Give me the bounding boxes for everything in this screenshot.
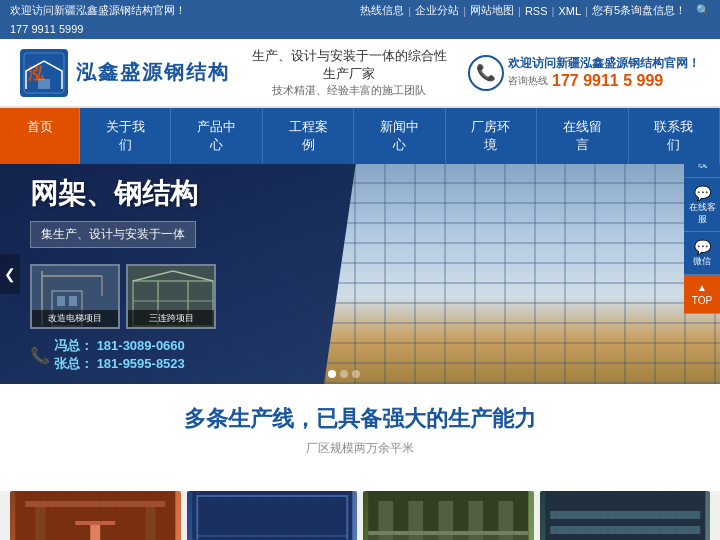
svg-rect-9 bbox=[57, 296, 65, 306]
hero-dots bbox=[328, 370, 360, 378]
phone-number-header: 177 9911 5 999 bbox=[552, 72, 663, 90]
top-arrow-icon: ▲ bbox=[697, 282, 707, 293]
header-contact: 📞 欢迎访问新疆泓鑫盛源钢结构官网！ 咨询热线 177 9911 5 999 bbox=[468, 55, 700, 91]
svg-rect-10 bbox=[69, 296, 77, 306]
thumb-1[interactable]: 改造电梯项目 bbox=[30, 264, 120, 329]
dot-1[interactable] bbox=[328, 370, 336, 378]
nav-home[interactable]: 首页 bbox=[0, 108, 80, 164]
nav-about[interactable]: 关于我们 bbox=[80, 108, 171, 164]
xml-label[interactable]: XML bbox=[558, 5, 581, 17]
nav-guestbook[interactable]: 在线留言 bbox=[537, 108, 628, 164]
logo-area: 泓 泓鑫盛源钢结构 bbox=[20, 49, 230, 97]
thumb-1-label: 改造电梯项目 bbox=[32, 310, 118, 327]
rss-label[interactable]: RSS bbox=[525, 5, 548, 17]
contact-phone1: 181-3089-0660 bbox=[97, 338, 185, 353]
tagline2: 技术精湛、经验丰富的施工团队 bbox=[250, 83, 448, 98]
hotline-label[interactable]: 热线信息 bbox=[360, 3, 404, 18]
hero-subtitle: 集生产、设计与安装于一体 bbox=[30, 221, 196, 248]
hero-content: 网架、钢结构 集生产、设计与安装于一体 bbox=[0, 164, 396, 384]
dot-3[interactable] bbox=[352, 370, 360, 378]
float-wechat-label: 微信 bbox=[693, 256, 711, 266]
welcome-text: 欢迎访问新疆泓鑫盛源钢结构官网！ bbox=[10, 3, 186, 18]
contact-name2: 张总： bbox=[54, 356, 93, 371]
chat-icon: 💬 bbox=[687, 184, 717, 202]
phone-bar: 177 9911 5999 bbox=[0, 21, 720, 39]
wechat-icon: 💬 bbox=[687, 238, 717, 256]
sitemap-label[interactable]: 网站地图 bbox=[470, 3, 514, 18]
photo-2[interactable] bbox=[187, 491, 358, 540]
hero-prev-button[interactable]: ❮ bbox=[0, 254, 20, 294]
float-chat-label: 在线客服 bbox=[689, 202, 716, 224]
svg-rect-3 bbox=[38, 79, 50, 89]
hotline-label-header: 咨询热线 bbox=[508, 74, 548, 88]
float-btn-chat[interactable]: 💬 在线客服 bbox=[684, 178, 720, 233]
contact-name1: 冯总： bbox=[54, 338, 93, 353]
nav-projects[interactable]: 工程案例 bbox=[263, 108, 354, 164]
nav-factory[interactable]: 厂房环境 bbox=[446, 108, 537, 164]
float-btn-wechat[interactable]: 💬 微信 bbox=[684, 232, 720, 275]
dot-2[interactable] bbox=[340, 370, 348, 378]
logo-text: 泓鑫盛源钢结构 bbox=[76, 59, 230, 86]
hero-contact: 📞 冯总： 181-3089-0660 张总： 181-9595-8523 bbox=[30, 337, 376, 373]
arrow-left-icon: ❮ bbox=[4, 266, 16, 282]
tagline1: 生产、设计与安装于一体的综合性生产厂家 bbox=[250, 47, 448, 83]
top-bar: 欢迎访问新疆泓鑫盛源钢结构官网！ 热线信息 | 企业分站 | 网站地图 | RS… bbox=[0, 0, 720, 21]
logo-icon: 泓 bbox=[20, 49, 68, 97]
header-taglines: 生产、设计与安装于一体的综合性生产厂家 技术精湛、经验丰富的施工团队 bbox=[230, 47, 468, 98]
hero-thumbnails: 改造电梯项目 三连跨项目 bbox=[30, 264, 376, 329]
phone-number-top: 177 9911 5999 bbox=[10, 23, 83, 35]
thumb-2-label: 三连跨项目 bbox=[128, 310, 214, 327]
float-btn-top[interactable]: ▲ TOP bbox=[684, 275, 720, 314]
company-name: 泓鑫盛源钢结构 bbox=[76, 59, 230, 86]
phone-circle-icon: 📞 bbox=[468, 55, 504, 91]
nav-news[interactable]: 新闻中心 bbox=[354, 108, 445, 164]
float-phone-label: 服务热线 bbox=[689, 164, 716, 169]
main-nav: 首页 关于我们 产品中心 工程案例 新闻中心 厂房环境 在线留言 联系我们 bbox=[0, 108, 720, 164]
nav-products[interactable]: 产品中心 bbox=[171, 108, 262, 164]
photo-1[interactable] bbox=[10, 491, 181, 540]
production-main-title: 多条生产线，已具备强大的生产能力 bbox=[20, 404, 700, 434]
branch-label[interactable]: 企业分站 bbox=[415, 3, 459, 18]
production-section: 多条生产线，已具备强大的生产能力 厂区规模两万余平米 bbox=[0, 384, 720, 491]
search-icon[interactable]: 🔍 bbox=[696, 4, 710, 17]
photo-3[interactable] bbox=[363, 491, 534, 540]
contact-phone2: 181-9595-8523 bbox=[97, 356, 185, 371]
float-btn-phone[interactable]: 📞 服务热线 bbox=[684, 164, 720, 178]
photo-grid bbox=[0, 491, 720, 540]
float-top-label: TOP bbox=[692, 295, 712, 306]
hero-banner: ❮ 网架、钢结构 集生产、设计与安装于一体 bbox=[0, 164, 720, 384]
hero-title: 网架、钢结构 bbox=[30, 175, 376, 213]
thumb-2[interactable]: 三连跨项目 bbox=[126, 264, 216, 329]
photo-4[interactable] bbox=[540, 491, 711, 540]
sidebar-float-buttons: 👤 业务咨询 👤 阿望旺旺 📞 服务热线 💬 在线客服 💬 微信 ▲ TO bbox=[684, 164, 720, 274]
site-header: 泓 泓鑫盛源钢结构 生产、设计与安装于一体的综合性生产厂家 技术精湛、经验丰富的… bbox=[0, 39, 720, 108]
nav-contact[interactable]: 联系我们 bbox=[629, 108, 720, 164]
welcome-header: 欢迎访问新疆泓鑫盛源钢结构官网！ bbox=[508, 55, 700, 72]
notice-label[interactable]: 您有5条询盘信息！ bbox=[592, 3, 686, 18]
production-sub-title: 厂区规模两万余平米 bbox=[20, 440, 700, 457]
